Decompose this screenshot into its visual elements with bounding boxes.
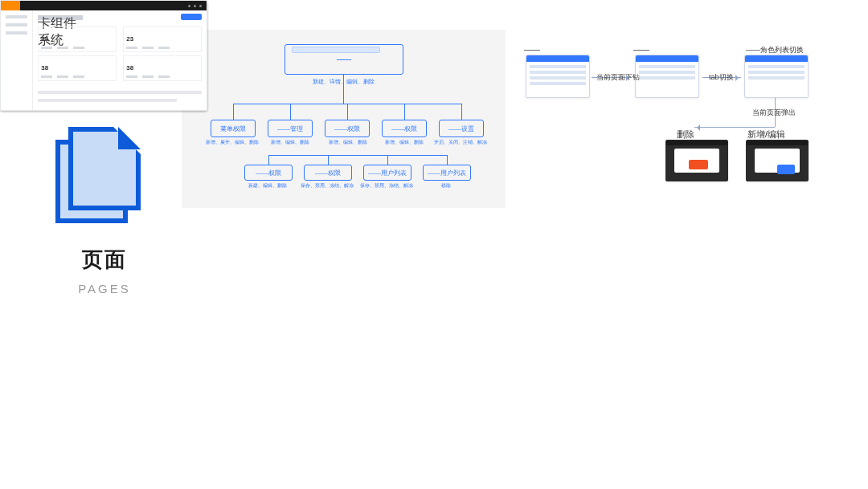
- tree-node-actions: 新增、编辑、删除: [262, 139, 318, 146]
- tree-node: ——设置: [439, 120, 484, 137]
- flow-caption: ——: [524, 45, 540, 54]
- flow-screen-thumb: [526, 55, 590, 98]
- metric-tile: 38: [123, 55, 202, 81]
- flow-arrow: [694, 127, 775, 128]
- tree-node: ——权限: [304, 165, 352, 181]
- tree-node-actions: 移除: [418, 182, 474, 189]
- tree-node-actions: 保存、禁用、冻结、解冻: [299, 182, 355, 189]
- tree-node-actions: 新增、编辑、删除: [320, 139, 376, 146]
- metric-tile: 38: [38, 26, 117, 52]
- flow-label: 新增/编辑: [747, 128, 785, 141]
- flow-label: 当前页面下钻: [596, 72, 640, 83]
- flow-label: 删除: [677, 128, 694, 141]
- tree-node-actions: 新建、编辑、删除: [240, 182, 296, 189]
- tree-node: ——权限: [325, 120, 370, 137]
- flow-screen-thumb: [744, 55, 809, 98]
- flow-modal-edit: [746, 140, 809, 181]
- tree-node: ——权限: [382, 120, 427, 137]
- flow-caption: ——: [633, 45, 649, 54]
- tree-node: ——用户列表: [423, 165, 471, 181]
- metric-tile: 23: [123, 26, 202, 52]
- pages-icon: [68, 127, 141, 210]
- tree-node-actions: 新增、展开、编辑、删除: [204, 139, 260, 146]
- flow-modal-delete: [665, 140, 728, 181]
- flow-label: tab切换: [709, 72, 734, 83]
- section-title: 页面: [48, 246, 161, 274]
- tree-node: 菜单权限: [211, 120, 256, 137]
- tree-node-actions: 新增、编辑、删除: [376, 139, 432, 146]
- tree-node-actions: 保存、禁用、冻结、解冻: [358, 182, 415, 189]
- flow-label: 当前页面弹出: [752, 108, 796, 118]
- tree-node-actions: 开启、关闭、注销、解冻: [432, 139, 489, 146]
- metric-tile: 38: [38, 55, 117, 81]
- tree-node: ——管理: [268, 120, 313, 137]
- interaction-flow-diagram: —— —— ——角色列表切换 当前页面下钻 tab切换 当前页面弹出 删除 新增…: [519, 43, 843, 191]
- dashboard-thumb-card-system: 卡组件系统 38 23 38 38: [0, 0, 207, 111]
- section-subtitle: PAGES: [48, 282, 161, 295]
- flow-screen-thumb: [635, 55, 699, 98]
- section-heading: 页面 PAGES: [48, 127, 161, 295]
- panel-title: 卡组件系统: [38, 15, 83, 20]
- tree-node: ——用户列表: [363, 165, 411, 181]
- primary-button[interactable]: [181, 14, 202, 20]
- hierarchy-diagram: —— 新建、详情、编辑、删除 菜单权限 ——管理 ——权限 ——权限 ——设置 …: [182, 30, 506, 208]
- tree-root-node: ——: [285, 44, 403, 75]
- tree-node: ——权限: [244, 165, 293, 181]
